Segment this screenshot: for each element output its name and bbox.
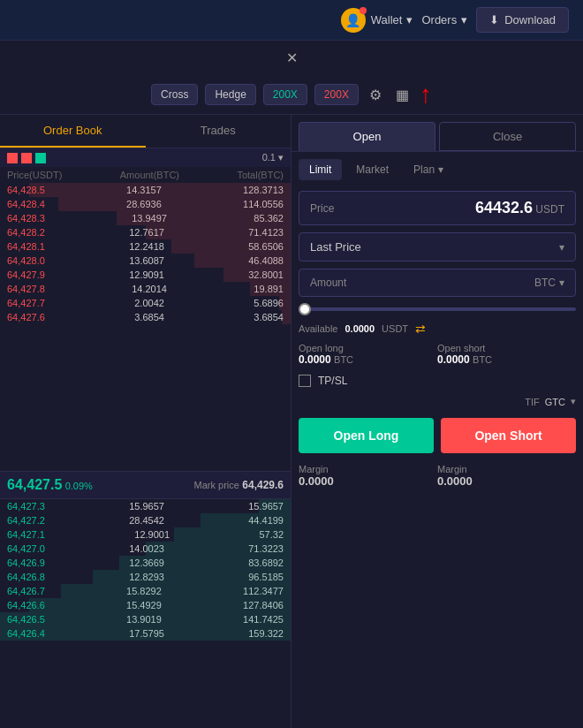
positions-row: Open long 0.0000 BTC Open short 0.0000 B…	[292, 339, 583, 369]
tab-open[interactable]: Open	[299, 122, 435, 151]
open-short-currency: BTC	[473, 354, 492, 365]
lmp-tab-bar: Limit Market Plan ▾	[292, 152, 583, 187]
sell-total: 3.6854	[254, 312, 284, 322]
last-price-dropdown[interactable]: Last Price ▾	[299, 232, 576, 262]
open-short-button[interactable]: Open Short	[441, 418, 576, 453]
hedge-button[interactable]: Hedge	[205, 84, 255, 105]
slider-thumb	[299, 303, 311, 315]
buy-orders: 64,427.3 15.9657 15.9657 64,427.2 28.454…	[0, 499, 291, 729]
buy-order-row[interactable]: 64,427.1 12.9001 57.32	[0, 527, 291, 542]
tab-market[interactable]: Market	[345, 159, 399, 180]
tpsl-checkbox[interactable]	[299, 375, 311, 387]
tab-close[interactable]: Close	[439, 122, 576, 151]
available-value: 0.0000	[344, 323, 375, 334]
price-label: Price	[310, 202, 334, 215]
tab-trades[interactable]: Trades	[146, 115, 292, 148]
close-button[interactable]: ✕	[286, 49, 298, 66]
toolbar: Cross Hedge 200X 200X ⚙ ▦ ↑	[0, 75, 583, 115]
sell-order-row[interactable]: 64,428.5 14.3157 128.3713	[0, 183, 291, 197]
mark-price-value: 64,429.6	[242, 479, 284, 491]
sell-order-row[interactable]: 64,428.3 13.9497 85.362	[0, 211, 291, 225]
buy-order-row[interactable]: 64,426.5 13.9019 141.7425	[0, 612, 291, 626]
buy-price: 64,426.7	[7, 586, 45, 596]
buy-order-row[interactable]: 64,426.7 15.8292 112.3477	[0, 584, 291, 598]
sell-order-row[interactable]: 64,427.7 2.0042 5.6896	[0, 296, 291, 310]
left-tab-bar: Order Book Trades	[0, 115, 291, 148]
tif-dropdown-icon[interactable]: ▾	[571, 396, 576, 407]
wallet-chevron-icon: ▾	[406, 13, 413, 27]
open-long-col: Open long 0.0000 BTC	[299, 343, 437, 366]
ob-decimals[interactable]: 0.1 ▾	[262, 152, 284, 163]
available-row: Available 0.0000 USDT ⇄	[292, 318, 583, 339]
cross-button[interactable]: Cross	[151, 84, 198, 105]
tab-plan[interactable]: Plan ▾	[403, 159, 454, 180]
amount-field[interactable]: Amount BTC ▾	[299, 269, 576, 297]
avatar-icon: 👤	[341, 8, 366, 33]
red-arrow-indicator: ↑	[420, 82, 432, 107]
buy-order-row[interactable]: 64,426.6 15.4929 127.8406	[0, 598, 291, 612]
download-icon: ⬇	[489, 13, 499, 27]
tif-label: TIF	[525, 397, 540, 407]
plan-chevron-icon: ▾	[438, 163, 443, 176]
margin-value2: 0.0000	[437, 474, 576, 488]
orders-chevron-icon: ▾	[461, 13, 467, 27]
sell-amount: 12.9091	[129, 269, 164, 280]
right-panel: Open Close Limit Market Plan ▾ Price 644…	[292, 115, 583, 728]
left-panel: Order Book Trades 0.1 ▾ Price(USDT) Amou…	[0, 115, 292, 728]
tif-value: GTC	[545, 397, 565, 407]
margin-row: Margin 0.0000 Margin 0.0000	[292, 460, 583, 491]
layout-icon[interactable]: ▦	[392, 83, 413, 107]
sell-price: 64,427.7	[7, 298, 45, 308]
tab-orderbook[interactable]: Order Book	[0, 115, 146, 148]
sell-price: 64,428.3	[7, 213, 45, 224]
margin-label2: Margin	[437, 464, 576, 474]
sell-amount: 13.6087	[129, 255, 164, 266]
price-field[interactable]: Price 64432.6 USDT	[299, 191, 576, 225]
tab-limit[interactable]: Limit	[299, 159, 342, 180]
sell-order-row[interactable]: 64,428.0 13.6087 46.4088	[0, 254, 291, 268]
top-nav: 👤 Wallet ▾ Orders ▾ ⬇ Download	[0, 0, 583, 41]
open-short-label: Open short	[437, 343, 576, 353]
orders-button[interactable]: Orders ▾	[421, 13, 467, 27]
leverage-slider[interactable]	[292, 300, 583, 318]
buy-order-row[interactable]: 64,427.0 14.0023 71.3223	[0, 542, 291, 556]
download-button[interactable]: ⬇ Download	[476, 7, 569, 33]
buy-order-row[interactable]: 64,427.2 28.4542 44.4199	[0, 513, 291, 527]
buy-price: 64,426.9	[7, 557, 45, 568]
sell-price: 64,428.0	[7, 255, 45, 266]
sell-price: 64,427.8	[7, 284, 45, 294]
swap-icon[interactable]: ⇄	[415, 322, 426, 336]
sell-price: 64,428.4	[7, 199, 45, 209]
tpsl-label: TP/SL	[318, 375, 347, 387]
amount-label: Amount	[310, 277, 346, 289]
wallet-button[interactable]: Wallet ▾	[371, 13, 413, 27]
margin-col1: Margin 0.0000	[299, 464, 437, 488]
sell-order-row[interactable]: 64,428.1 12.2418 58.6506	[0, 239, 291, 254]
last-price-pct: 0.09%	[65, 481, 93, 491]
sell-price: 64,427.9	[7, 269, 45, 280]
settings-icon[interactable]: ⚙	[366, 83, 385, 107]
sell-amount: 12.2418	[129, 241, 164, 252]
available-currency: USDT	[382, 323, 408, 334]
sell-order-row[interactable]: 64,427.9 12.9091 32.8001	[0, 268, 291, 282]
margin-value1: 0.0000	[299, 474, 437, 488]
sell-order-row[interactable]: 64,427.8 14.2014 19.891	[0, 282, 291, 296]
buy-order-row[interactable]: 64,426.4 17.5795 159.322	[0, 626, 291, 641]
leverage2-button[interactable]: 200X	[314, 84, 359, 105]
leverage1-button[interactable]: 200X	[263, 84, 307, 105]
sell-orders: 64,428.5 14.3157 128.3713 64,428.4 28.69…	[0, 183, 291, 471]
open-long-button[interactable]: Open Long	[299, 418, 434, 453]
sell-amount: 3.6854	[134, 312, 164, 322]
buy-order-row[interactable]: 64,426.9 12.3669 83.6892	[0, 556, 291, 570]
open-long-currency: BTC	[334, 354, 353, 365]
buy-color-sq	[35, 153, 46, 163]
sell-order-row[interactable]: 64,428.2 12.7617 71.4123	[0, 225, 291, 239]
sell-order-row[interactable]: 64,427.6 3.6854 3.6854	[0, 310, 291, 324]
action-buttons: Open Long Open Short	[292, 411, 583, 460]
buy-order-row[interactable]: 64,426.8 12.8293 96.5185	[0, 570, 291, 584]
sell-price: 64,428.1	[7, 241, 45, 252]
oc-tab-bar: Open Close	[292, 115, 583, 152]
buy-order-row[interactable]: 64,427.3 15.9657 15.9657	[0, 499, 291, 513]
last-price-row: 64,427.5 0.09% Mark price 64,429.6	[0, 471, 291, 499]
sell-order-row[interactable]: 64,428.4 28.6936 114.0556	[0, 197, 291, 211]
